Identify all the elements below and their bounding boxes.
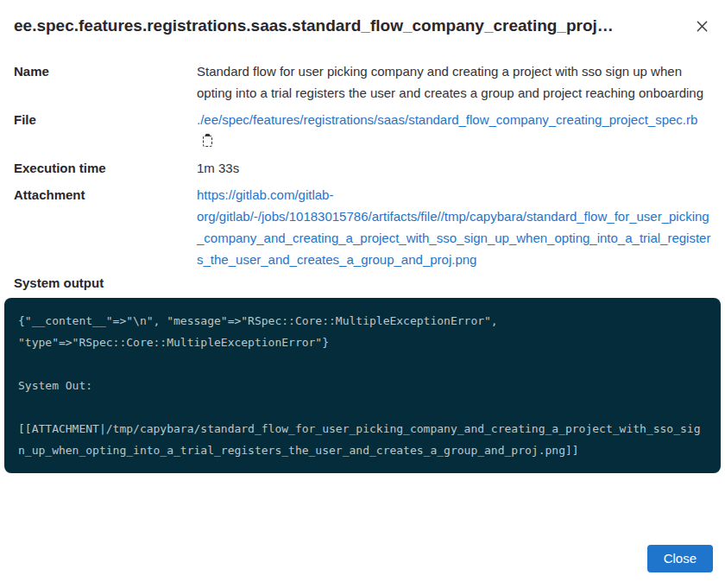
terminal-attachment-text: [[ATTACHMENT|/tmp/capybara/standard_flow… — [18, 418, 707, 461]
system-output-label: System output — [14, 272, 711, 294]
copy-to-clipboard-icon[interactable] — [203, 136, 212, 149]
attachment-link[interactable]: https://gitlab.com/gitlab-org/gitlab/-/j… — [197, 187, 710, 267]
row-name-label: Name — [14, 60, 197, 104]
modal-header: ee.spec.features.registrations.saas.stan… — [0, 0, 725, 48]
clipboard-glyph — [203, 136, 212, 147]
modal-footer: Close — [0, 545, 725, 588]
row-name: Name Standard flow for user picking comp… — [14, 60, 711, 104]
row-file: File ./ee/spec/features/registrations/sa… — [14, 109, 711, 152]
modal-title: ee.spec.features.registrations.saas.stan… — [14, 13, 690, 38]
close-icon[interactable] — [690, 15, 713, 37]
file-link[interactable]: ./ee/spec/features/registrations/saas/st… — [197, 112, 697, 127]
row-file-label: File — [14, 109, 197, 152]
terminal-system-out-text: System Out: — [18, 375, 707, 396]
x-glyph — [696, 20, 709, 33]
row-attachment-value: https://gitlab.com/gitlab-org/gitlab/-/j… — [197, 184, 711, 270]
system-output-terminal: {"__content__"=>"\n", "message"=>"RSpec:… — [4, 298, 721, 473]
row-file-value: ./ee/spec/features/registrations/saas/st… — [197, 109, 711, 152]
test-name-value: Standard flow for user picking company a… — [197, 60, 711, 104]
terminal-exception-text: {"__content__"=>"\n", "message"=>"RSpec:… — [18, 310, 707, 353]
row-attachment: Attachment https://gitlab.com/gitlab-org… — [14, 184, 711, 270]
row-attachment-label: Attachment — [14, 184, 197, 270]
modal-body: Name Standard flow for user picking comp… — [0, 48, 725, 545]
row-execution-time: Execution time 1m 33s — [14, 157, 711, 179]
close-button[interactable]: Close — [647, 545, 713, 572]
execution-time-value: 1m 33s — [197, 157, 711, 179]
test-details-modal: ee.spec.features.registrations.saas.stan… — [0, 0, 725, 588]
row-execution-time-label: Execution time — [14, 157, 197, 179]
